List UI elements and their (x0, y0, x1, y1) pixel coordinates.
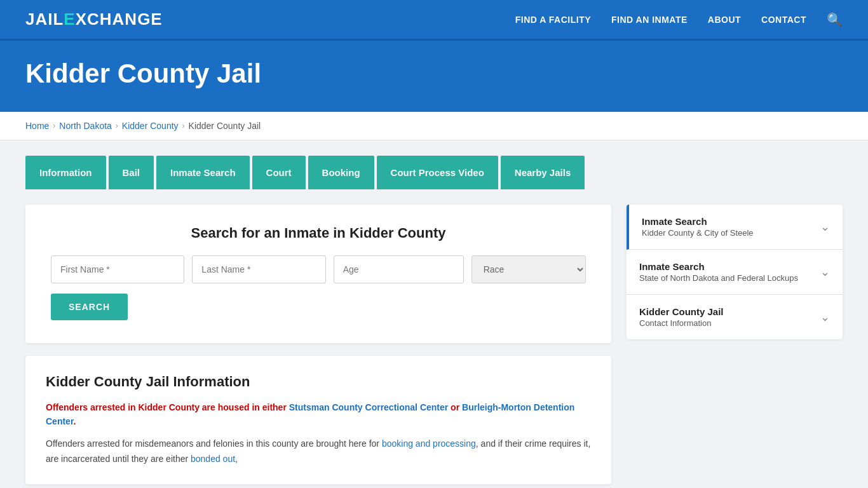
tabs-bar: Information Bail Inmate Search Court Boo… (0, 140, 868, 189)
info-alert-text: Offenders arrested in Kidder County are … (46, 400, 591, 429)
alert-text-3: . (74, 416, 76, 426)
sidebar-item-3-title: Kidder County Jail (639, 306, 724, 317)
race-select[interactable]: Race White Black Hispanic Asian Other (471, 255, 586, 283)
nav-find-facility[interactable]: FIND A FACILITY (515, 15, 591, 25)
nav-about[interactable]: ABOUT (708, 15, 741, 25)
sidebar-item-2-subtitle: State of North Dakota and Federal Lockup… (639, 273, 798, 283)
sidebar-card: Inmate Search Kidder County & City of St… (627, 205, 843, 339)
alert-text-2: or (448, 402, 462, 412)
tab-inmate-search[interactable]: Inmate Search (156, 156, 250, 189)
alert-link-stutsman[interactable]: Stutsman County Correctional Center (289, 402, 448, 412)
breadcrumb-bar: Home › North Dakota › Kidder County › Ki… (0, 112, 868, 140)
breadcrumb-sep-1: › (53, 121, 55, 130)
logo-jail: JAIL (25, 10, 64, 29)
chevron-down-icon-2: ⌄ (820, 265, 830, 279)
sidebar-item-2-title: Inmate Search (639, 261, 798, 272)
search-button[interactable]: SEARCH (51, 294, 128, 320)
body-text-3: , (235, 454, 238, 464)
logo-x: E (64, 10, 75, 29)
sidebar-item-1-subtitle: Kidder County & City of Steele (642, 228, 754, 238)
sidebar-item-2-text: Inmate Search State of North Dakota and … (639, 261, 798, 283)
main-content: Search for an Inmate in Kidder County Ra… (0, 189, 868, 488)
tab-court-process-video[interactable]: Court Process Video (377, 156, 498, 189)
body-text-1: Offenders arrested for misdemeanors and … (46, 438, 382, 449)
sidebar-item-3-subtitle: Contact Information (639, 318, 724, 328)
breadcrumb: Home › North Dakota › Kidder County › Ki… (25, 121, 843, 131)
body-link-booking[interactable]: booking and processing (382, 438, 476, 449)
breadcrumb-current: Kidder County Jail (189, 121, 261, 131)
left-column: Search for an Inmate in Kidder County Ra… (25, 205, 611, 484)
search-fields: Race White Black Hispanic Asian Other (51, 255, 586, 283)
sidebar-item-1-text: Inmate Search Kidder County & City of St… (642, 216, 754, 238)
info-body-text: Offenders arrested for misdemeanors and … (46, 437, 591, 467)
nav-contact[interactable]: CONTACT (761, 15, 806, 25)
body-link-bonded[interactable]: bonded out (191, 454, 235, 464)
breadcrumb-state[interactable]: North Dakota (59, 121, 111, 131)
sidebar-item-2[interactable]: Inmate Search State of North Dakota and … (627, 250, 843, 295)
tab-information[interactable]: Information (25, 156, 106, 189)
age-input[interactable] (334, 255, 464, 283)
alert-text-1: Offenders arrested in Kidder County are … (46, 402, 289, 412)
header: JAILEXCHANGE FIND A FACILITY FIND AN INM… (0, 0, 868, 41)
sidebar-item-1[interactable]: Inmate Search Kidder County & City of St… (627, 205, 843, 250)
inmate-search-card: Search for an Inmate in Kidder County Ra… (25, 205, 611, 343)
sidebar-item-3-text: Kidder County Jail Contact Information (639, 306, 724, 328)
tab-bail[interactable]: Bail (109, 156, 154, 189)
tab-booking[interactable]: Booking (308, 156, 374, 189)
tab-court[interactable]: Court (252, 156, 306, 189)
chevron-down-icon-1: ⌄ (820, 220, 830, 234)
nav-find-inmate[interactable]: FIND AN INMATE (611, 15, 688, 25)
right-sidebar: Inmate Search Kidder County & City of St… (627, 205, 843, 484)
info-card-title: Kidder County Jail Information (46, 374, 591, 390)
tab-nearby-jails[interactable]: Nearby Jails (501, 156, 585, 189)
breadcrumb-sep-2: › (116, 121, 118, 130)
breadcrumb-county[interactable]: Kidder County (122, 121, 179, 131)
header-search-button[interactable]: 🔍 (827, 12, 843, 27)
sidebar-item-3[interactable]: Kidder County Jail Contact Information ⌄ (627, 295, 843, 339)
main-nav: FIND A FACILITY FIND AN INMATE ABOUT CON… (515, 12, 843, 27)
info-card: Kidder County Jail Information Offenders… (25, 356, 611, 484)
sidebar-item-1-title: Inmate Search (642, 216, 754, 227)
hero-section: Kidder County Jail (0, 41, 868, 112)
last-name-input[interactable] (192, 255, 325, 283)
page-title: Kidder County Jail (25, 58, 843, 89)
chevron-down-icon-3: ⌄ (820, 310, 830, 324)
first-name-input[interactable] (51, 255, 184, 283)
breadcrumb-sep-3: › (182, 121, 185, 130)
search-card-title: Search for an Inmate in Kidder County (51, 225, 586, 241)
logo[interactable]: JAILEXCHANGE (25, 10, 163, 29)
breadcrumb-home[interactable]: Home (25, 121, 49, 131)
logo-xchange: XCHANGE (76, 10, 163, 29)
